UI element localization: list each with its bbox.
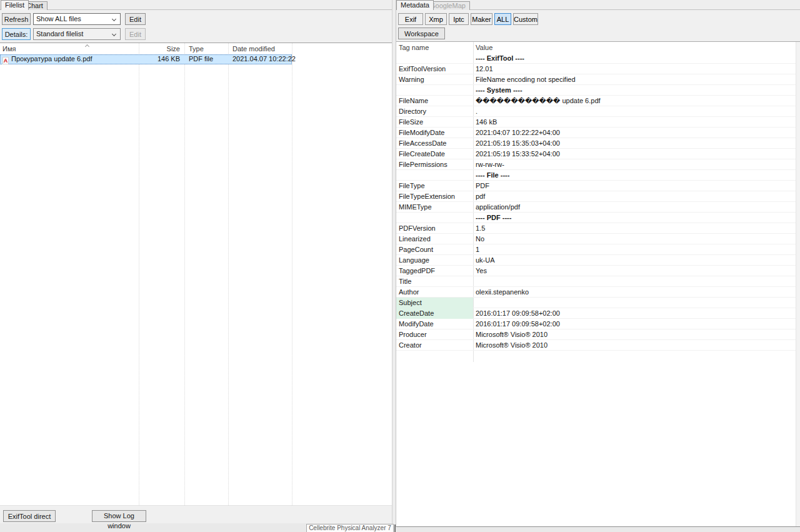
metadata-row[interactable]: PageCount1 xyxy=(396,244,800,255)
metadata-tag-cell: CreateDate xyxy=(396,308,473,319)
right-tabbar: Metadata GoogleMap xyxy=(396,0,800,10)
metadata-tag-cell: Linearized xyxy=(396,234,473,244)
left-tabbar: Filelist Chart xyxy=(0,0,392,10)
metadata-tag-cell: PDFVersion xyxy=(396,223,473,234)
metadata-row[interactable]: CreateDate2016:01:17 09:09:58+02:00 xyxy=(396,308,800,319)
refresh-button[interactable]: Refresh xyxy=(2,13,31,25)
tab-metadata[interactable]: Metadata xyxy=(396,0,434,10)
panel-splitter[interactable] xyxy=(392,0,396,527)
metadata-table-body: ---- ExifTool ----ExifToolVersion12.01Wa… xyxy=(396,53,800,351)
filter-button-all[interactable]: ALL xyxy=(494,13,511,25)
cursor-mark xyxy=(394,524,396,532)
metadata-row[interactable]: ProducerMicrosoft® Visio® 2010 xyxy=(396,329,800,340)
metadata-row[interactable]: FileSize146 kB xyxy=(396,117,800,128)
metadata-tag-cell: FileModifyDate xyxy=(396,128,473,138)
metadata-value-cell: ---- System ---- xyxy=(476,85,792,95)
metadata-tag-cell: Creator xyxy=(396,340,473,351)
metadata-row[interactable]: LinearizedNo xyxy=(396,234,800,244)
metadata-tag-cell: Subject xyxy=(396,298,473,308)
file-filter-combobox[interactable]: Show ALL files xyxy=(33,13,121,25)
metadata-toolbar: ExifXmpIptcMakerALLCustom Workspace xyxy=(396,10,800,41)
metadata-row[interactable]: FilePermissionsrw-rw-rw- xyxy=(396,159,800,170)
metadata-value-cell: 2021:04:07 10:22:22+04:00 xyxy=(476,128,792,138)
metadata-row[interactable]: ModifyDate2016:01:17 09:09:58+02:00 xyxy=(396,319,800,329)
metadata-row[interactable]: FileName������������ update 6.pdf xyxy=(396,96,800,106)
metadata-row[interactable]: FileTypePDF xyxy=(396,181,800,191)
metadata-tag-cell xyxy=(396,170,473,181)
column-header-date[interactable]: Date modified xyxy=(232,43,275,54)
metadata-row[interactable]: Languageuk-UA xyxy=(396,255,800,266)
chevron-down-icon xyxy=(112,32,116,36)
chevron-down-icon xyxy=(112,17,116,21)
metadata-row[interactable]: ExifToolVersion12.01 xyxy=(396,64,800,74)
pdf-file-icon: A xyxy=(2,57,9,64)
details-combobox[interactable]: Standard filelist xyxy=(33,28,121,40)
column-separator xyxy=(292,43,292,505)
metadata-value-cell: application/pdf xyxy=(476,202,792,212)
vertical-scrollbar[interactable] xyxy=(796,42,800,526)
workspace-button[interactable]: Workspace xyxy=(398,28,445,39)
column-separator xyxy=(228,43,229,505)
metadata-row[interactable]: FileModifyDate2021:04:07 10:22:22+04:00 xyxy=(396,128,800,138)
metadata-value-cell: 12.01 xyxy=(476,64,792,74)
metadata-value-cell: Microsoft® Visio® 2010 xyxy=(476,340,792,350)
metadata-tag-cell: PageCount xyxy=(396,244,473,255)
metadata-tag-cell xyxy=(396,85,473,96)
filter-button-custom[interactable]: Custom xyxy=(513,13,538,25)
metadata-row[interactable]: FileCreateDate2021:05:19 15:33:52+04:00 xyxy=(396,149,800,159)
metadata-row[interactable]: CreatorMicrosoft® Visio® 2010 xyxy=(396,340,800,351)
metadata-row[interactable]: WarningFileName encoding not specified xyxy=(396,74,800,85)
show-log-window-button[interactable]: Show Log window xyxy=(92,510,146,522)
edit-filter-button[interactable]: Edit xyxy=(125,13,146,25)
metadata-tag-cell: Producer xyxy=(396,329,473,340)
metadata-value-cell: 2021:05:19 15:33:52+04:00 xyxy=(476,149,792,159)
metadata-tag-cell: ModifyDate xyxy=(396,319,473,329)
metadata-value-cell: . xyxy=(476,106,792,116)
filter-button-maker[interactable]: Maker xyxy=(471,13,492,25)
column-header-tag-name[interactable]: Tag name xyxy=(399,42,429,53)
metadata-value-cell: ������������ update 6.pdf xyxy=(476,96,792,106)
background-window-title: Cellebrite Physical Analyzer 7 xyxy=(306,524,394,532)
filelist-panel: Filelist Chart Refresh Show ALL files Ed… xyxy=(0,0,392,523)
file-cell-name: AПрокуратура update 6.pdf xyxy=(2,54,92,64)
filelist-footer: ExifTool direct Show Log window xyxy=(0,505,392,523)
column-header-type[interactable]: Type xyxy=(189,43,204,54)
column-header-name[interactable]: Имя xyxy=(2,43,16,54)
metadata-row[interactable]: TaggedPDFYes xyxy=(396,266,800,276)
metadata-tag-cell: FilePermissions xyxy=(396,159,473,170)
filter-button-exif[interactable]: Exif xyxy=(398,13,423,25)
column-header-size[interactable]: Size xyxy=(139,43,180,54)
exiftool-direct-button[interactable]: ExifTool direct xyxy=(3,510,56,522)
metadata-section-row[interactable]: ---- System ---- xyxy=(396,85,800,96)
metadata-row[interactable]: Directory. xyxy=(396,106,800,117)
filter-button-iptc[interactable]: Iptc xyxy=(449,13,469,25)
metadata-value-cell: rw-rw-rw- xyxy=(476,159,792,169)
file-list: Имя Size Type Date modified AПрокуратура… xyxy=(0,43,392,505)
metadata-row[interactable]: FileTypeExtensionpdf xyxy=(396,191,800,202)
metadata-row[interactable]: Subject xyxy=(396,298,800,308)
tab-filelist[interactable]: Filelist xyxy=(1,0,29,10)
metadata-tag-cell: MIMEType xyxy=(396,202,473,213)
filter-button-xmp[interactable]: Xmp xyxy=(425,13,447,25)
metadata-value-cell: 2016:01:17 09:09:58+02:00 xyxy=(476,308,792,318)
details-button[interactable]: Details: xyxy=(2,28,31,40)
metadata-value-cell: PDF xyxy=(476,181,792,191)
column-header-value[interactable]: Value xyxy=(476,42,492,53)
metadata-row[interactable]: Title xyxy=(396,276,800,287)
metadata-row[interactable]: Authorolexii.stepanenko xyxy=(396,287,800,298)
metadata-value-cell: 1 xyxy=(476,244,792,254)
metadata-tag-cell: FileName xyxy=(396,96,473,106)
metadata-value-cell: uk-UA xyxy=(476,255,792,265)
metadata-row[interactable]: FileAccessDate2021:05:19 15:35:03+04:00 xyxy=(396,138,800,149)
metadata-section-row[interactable]: ---- File ---- xyxy=(396,170,800,181)
metadata-tag-cell xyxy=(396,53,473,64)
metadata-section-row[interactable]: ---- PDF ---- xyxy=(396,213,800,223)
file-cell-type: PDF file xyxy=(189,54,213,64)
metadata-section-row[interactable]: ---- ExifTool ---- xyxy=(396,53,800,64)
metadata-row[interactable]: PDFVersion1.5 xyxy=(396,223,800,234)
metadata-value-cell: 2016:01:17 09:09:58+02:00 xyxy=(476,319,792,329)
file-row[interactable]: AПрокуратура update 6.pdf146 KBPDF file2… xyxy=(0,54,292,64)
metadata-row[interactable]: MIMETypeapplication/pdf xyxy=(396,202,800,213)
column-separator xyxy=(184,43,185,505)
metadata-tag-cell: Language xyxy=(396,255,473,266)
